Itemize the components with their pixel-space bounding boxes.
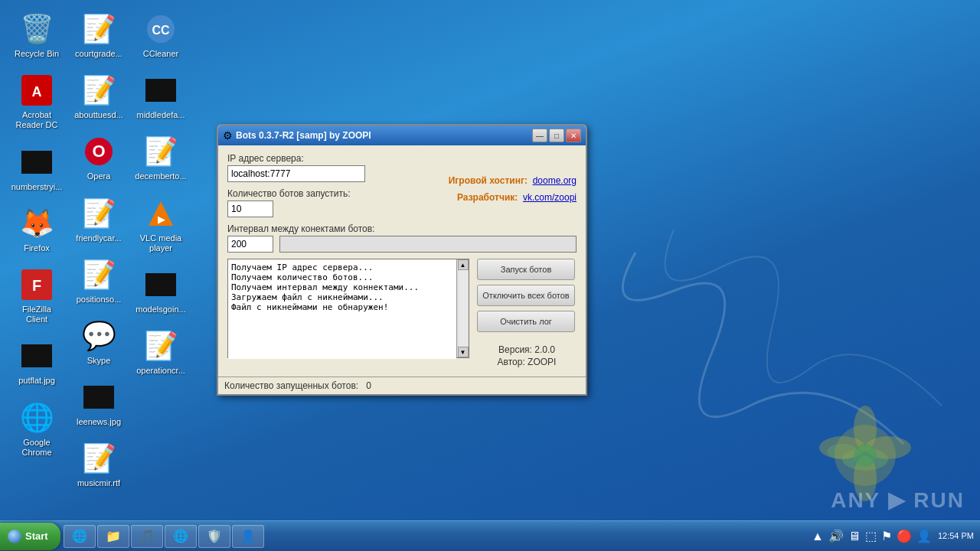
scroll-up-arrow[interactable]: ▲ xyxy=(458,259,469,270)
server-ip-input[interactable] xyxy=(227,165,365,182)
minimize-button[interactable]: — xyxy=(532,129,547,142)
desktop-icon-decemberto[interactable]: 📝 decemberto... xyxy=(132,130,190,184)
svg-point-0 xyxy=(842,448,888,471)
middledefa-label: middledefa... xyxy=(137,110,185,120)
courtgrade-label: courtgrade... xyxy=(75,49,122,59)
recycle-bin-icon: 🗑️ xyxy=(18,11,55,47)
status-label: Количество запущенных ботов: xyxy=(224,380,358,391)
svg-text:CC: CC xyxy=(152,24,170,37)
svg-point-2 xyxy=(835,425,896,486)
desktop-icon-acrobat[interactable]: A Acrobat Reader DC xyxy=(8,69,66,133)
recycle-bin-label: Recycle Bin xyxy=(15,49,59,59)
desktop-icon-numberstring[interactable]: numberstryi... xyxy=(8,141,66,195)
musicmir-label: musicmir.rtf xyxy=(77,478,120,488)
svg-text:A: A xyxy=(32,84,42,99)
desktop-icon-skype[interactable]: 💬 Skype xyxy=(70,315,128,369)
desktop-icon-courtgrade[interactable]: 📝 courtgrade... xyxy=(70,8,128,62)
clear-log-button[interactable]: Очистить лог xyxy=(477,311,575,332)
chrome-icon: 🌐 xyxy=(18,399,55,436)
desktop-icon-firefox[interactable]: 🦊 Firefox xyxy=(8,202,66,256)
leenews-icon xyxy=(80,379,117,416)
dialog-titlebar: ⚙ Bots 0.3.7-R2 [samp] by ZOOPI — □ ✕ xyxy=(218,126,586,145)
interval-input-row xyxy=(227,236,577,253)
tray-arrow-icon[interactable]: ▲ xyxy=(812,530,824,543)
taskbar-user[interactable]: 👤 xyxy=(232,525,264,548)
taskbar-avira[interactable]: 🛡️ xyxy=(198,525,230,548)
log-textarea[interactable]: Получаем IP адрес сервера... Получаем ко… xyxy=(228,259,456,359)
main-content: Получаем IP адрес сервера... Получаем ко… xyxy=(227,259,577,369)
courtgrade-icon: 📝 xyxy=(80,11,117,47)
close-button[interactable]: ✕ xyxy=(566,129,581,142)
tray-security-icon[interactable]: 🔴 xyxy=(897,529,912,543)
log-line-3: Получаем интервал между коннектами... xyxy=(231,282,453,292)
friendlycar-icon: 📝 xyxy=(80,195,117,232)
desktop-icon-operationcr[interactable]: 📝 operationcr... xyxy=(132,324,190,379)
interval-row: Интервал между конектами ботов: xyxy=(227,223,577,253)
desktop-icon-opera[interactable]: O Opera xyxy=(70,130,128,184)
decemberto-icon: 📝 xyxy=(142,133,179,170)
scroll-track xyxy=(459,270,468,347)
svg-text:▶: ▶ xyxy=(158,214,165,225)
maximize-button[interactable]: □ xyxy=(549,129,564,142)
desktop-icon-abouttuesd[interactable]: 📝 abouttuesd... xyxy=(70,69,128,123)
hosting-link[interactable]: doome.org xyxy=(533,175,577,186)
ccleaner-label: CCleaner xyxy=(143,49,178,59)
log-line-5: Файл с никнеймами не обнаружен! xyxy=(231,302,453,312)
tray-network-icon[interactable]: 🖥 xyxy=(848,530,861,543)
interval-label: Интервал между конектами ботов: xyxy=(227,223,577,234)
desktop-icon-leenews[interactable]: leenews.jpg xyxy=(70,376,128,430)
desktop-icon-chrome[interactable]: 🌐 Google Chrome xyxy=(8,396,66,461)
taskbar-chrome-quick[interactable]: 🌐 xyxy=(165,525,197,548)
vlc-label: VLC media player xyxy=(135,233,187,253)
positionso-label: positionso... xyxy=(77,295,122,305)
tray-avira-tray-icon[interactable]: ⚑ xyxy=(881,529,892,543)
desktop-icon-friendlycar[interactable]: 📝 friendlycar... xyxy=(70,192,128,246)
modelsgoin-icon xyxy=(142,266,179,303)
opera-label: Opera xyxy=(87,171,111,181)
start-button[interactable]: Start xyxy=(0,523,60,550)
bot-count-input[interactable] xyxy=(227,201,273,217)
desktop: 🗑️ Recycle Bin A Acrobat Reader DC numbe… xyxy=(0,0,980,551)
svg-point-4 xyxy=(865,436,911,459)
dialog-title-icon: ⚙ xyxy=(223,129,233,142)
tray-user2-icon[interactable]: 👤 xyxy=(916,529,932,543)
friendlycar-label: friendlycar... xyxy=(76,233,121,243)
tray-volume-icon[interactable]: 🔊 xyxy=(828,529,844,543)
scroll-down-arrow[interactable]: ▼ xyxy=(458,347,469,357)
opera-icon: O xyxy=(80,133,117,170)
user-icon: 👤 xyxy=(240,529,256,543)
desktop-icon-musicmir[interactable]: 📝 musicmir.rtf xyxy=(70,437,128,491)
abouttuesd-icon: 📝 xyxy=(80,72,117,109)
buttons-panel: Запуск ботов Отключить всех ботов Очисти… xyxy=(469,259,577,369)
progress-bar xyxy=(279,236,577,253)
desktop-icon-recycle-bin[interactable]: 🗑️ Recycle Bin xyxy=(8,8,66,62)
taskbar-ie[interactable]: 🌐 xyxy=(64,525,96,548)
system-tray: ▲ 🔊 🖥 ⬚ ⚑ 🔴 👤 12:54 PM xyxy=(805,521,980,551)
taskbar-explorer[interactable]: 📁 xyxy=(97,525,129,548)
chrome-quick-icon: 🌐 xyxy=(173,529,188,543)
desktop-icon-middledefa[interactable]: middledefa... xyxy=(132,69,190,123)
desktop-icon-ccleaner[interactable]: CC CCleaner xyxy=(132,8,190,62)
scrollbar[interactable]: ▲ ▼ xyxy=(456,259,469,357)
putflat-label: putflat.jpg xyxy=(18,376,55,386)
start-bots-button[interactable]: Запуск ботов xyxy=(477,259,575,280)
middledefa-icon xyxy=(142,72,179,109)
desktop-icon-vlc[interactable]: ▶ VLC media player xyxy=(132,192,190,256)
hosting-info: Игровой хостинг: doome.org Разработчик: … xyxy=(449,173,577,206)
tray-usb-icon[interactable]: ⬚ xyxy=(865,529,877,543)
taskbar-wmp[interactable]: 🎵 xyxy=(131,525,163,548)
desktop-icon-filezilla[interactable]: F FileZilla Client xyxy=(8,263,66,328)
desktop-icon-putflat[interactable]: putflat.jpg xyxy=(8,334,66,389)
log-line-2: Получаем количество ботов... xyxy=(231,272,453,282)
desktop-icon-positionso[interactable]: 📝 positionso... xyxy=(70,253,128,308)
stop-bots-button[interactable]: Отключить всех ботов xyxy=(477,285,575,306)
ccleaner-icon: CC xyxy=(142,11,179,47)
positionso-icon: 📝 xyxy=(80,256,117,293)
skype-icon: 💬 xyxy=(80,318,117,354)
interval-input[interactable] xyxy=(227,236,273,253)
bots-dialog: ⚙ Bots 0.3.7-R2 [samp] by ZOOPI — □ ✕ Иг… xyxy=(217,124,587,396)
system-clock: 12:54 PM xyxy=(938,530,974,541)
putflat-icon xyxy=(18,337,55,374)
developer-link[interactable]: vk.com/zoopi xyxy=(523,192,577,203)
desktop-icon-modelsgoin[interactable]: modelsgoin... xyxy=(132,263,190,318)
